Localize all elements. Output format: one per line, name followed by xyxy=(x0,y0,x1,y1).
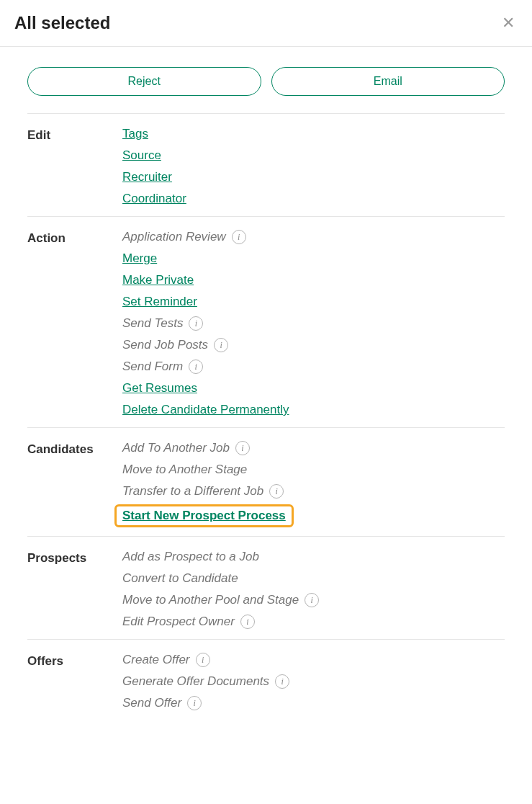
action-merge-link[interactable]: Merge xyxy=(122,251,157,266)
prospects-edit-owner-label: Edit Prospect Owner xyxy=(122,615,235,629)
action-make-private-link[interactable]: Make Private xyxy=(122,273,194,287)
action-send-tests-label: Send Tests xyxy=(122,316,183,331)
section-items-candidates: Add To Another Job i Move to Another Sta… xyxy=(122,441,505,526)
button-row: Reject Email xyxy=(27,67,505,96)
prospects-move-to-another-pool: Move to Another Pool and Stage i xyxy=(122,593,319,607)
section-items-action: Application Review i Merge Make Private … xyxy=(122,230,505,417)
section-label-offers: Offers xyxy=(27,653,122,710)
action-send-job-posts-label: Send Job Posts xyxy=(122,338,208,352)
info-icon[interactable]: i xyxy=(187,696,202,710)
offers-generate-docs-label: Generate Offer Documents xyxy=(122,674,269,689)
action-application-review: Application Review i xyxy=(122,230,246,244)
info-icon[interactable]: i xyxy=(232,230,246,244)
section-label-candidates: Candidates xyxy=(27,441,122,526)
edit-tags-link[interactable]: Tags xyxy=(122,127,148,141)
candidates-start-new-prospect-link[interactable]: Start New Prospect Process xyxy=(122,509,286,523)
section-label-edit: Edit xyxy=(27,127,122,206)
info-icon[interactable]: i xyxy=(189,316,203,331)
dialog-content: Reject Email Edit Tags Source Recruiter … xyxy=(0,47,532,742)
info-icon[interactable]: i xyxy=(275,674,289,689)
info-icon[interactable]: i xyxy=(214,338,228,352)
section-items-prospects: Add as Prospect to a Job Convert to Cand… xyxy=(122,550,505,629)
candidates-transfer-to-different-job: Transfer to a Different Job i xyxy=(122,484,284,499)
offers-send-offer: Send Offer i xyxy=(122,696,202,710)
section-offers: Offers Create Offer i Generate Offer Doc… xyxy=(27,639,505,720)
dialog-title: All selected xyxy=(14,13,110,33)
offers-create-offer-label: Create Offer xyxy=(122,653,190,667)
edit-recruiter-link[interactable]: Recruiter xyxy=(122,170,172,184)
prospects-add-as-prospect: Add as Prospect to a Job xyxy=(122,550,259,564)
offers-send-offer-label: Send Offer xyxy=(122,696,181,710)
edit-coordinator-link[interactable]: Coordinator xyxy=(122,192,186,206)
candidates-move-to-another-stage: Move to Another Stage xyxy=(122,463,247,477)
action-send-tests: Send Tests i xyxy=(122,316,203,331)
section-prospects: Prospects Add as Prospect to a Job Conve… xyxy=(27,536,505,639)
section-candidates: Candidates Add To Another Job i Move to … xyxy=(27,427,505,536)
info-icon[interactable]: i xyxy=(305,593,319,607)
info-icon[interactable]: i xyxy=(189,359,203,374)
highlighted-action: Start New Prospect Process xyxy=(114,504,294,527)
dialog-header: All selected ✕ xyxy=(0,0,532,47)
info-icon[interactable]: i xyxy=(235,441,250,455)
candidates-add-to-another-job: Add To Another Job i xyxy=(122,441,250,455)
action-send-form-label: Send Form xyxy=(122,359,183,374)
reject-button[interactable]: Reject xyxy=(27,67,261,96)
info-icon[interactable]: i xyxy=(240,615,255,629)
offers-create-offer: Create Offer i xyxy=(122,653,210,667)
section-items-edit: Tags Source Recruiter Coordinator xyxy=(122,127,505,206)
info-icon[interactable]: i xyxy=(269,484,284,499)
close-icon: ✕ xyxy=(502,14,515,32)
prospects-convert-to-candidate: Convert to Candidate xyxy=(122,571,238,586)
info-icon[interactable]: i xyxy=(196,653,210,667)
prospects-edit-prospect-owner: Edit Prospect Owner i xyxy=(122,615,255,629)
offers-generate-offer-documents: Generate Offer Documents i xyxy=(122,674,289,689)
email-button[interactable]: Email xyxy=(271,67,505,96)
section-label-prospects: Prospects xyxy=(27,550,122,629)
action-set-reminder-link[interactable]: Set Reminder xyxy=(122,295,197,309)
section-label-action: Action xyxy=(27,230,122,417)
action-application-review-label: Application Review xyxy=(122,230,226,244)
close-button[interactable]: ✕ xyxy=(499,15,518,31)
section-edit: Edit Tags Source Recruiter Coordinator xyxy=(27,113,505,216)
action-get-resumes-link[interactable]: Get Resumes xyxy=(122,381,197,396)
action-send-job-posts: Send Job Posts i xyxy=(122,338,228,352)
section-items-offers: Create Offer i Generate Offer Documents … xyxy=(122,653,505,710)
candidates-transfer-label: Transfer to a Different Job xyxy=(122,484,263,499)
action-delete-candidate-link[interactable]: Delete Candidate Permanently xyxy=(122,403,289,417)
section-action: Action Application Review i Merge Make P… xyxy=(27,216,505,427)
candidates-add-to-another-job-label: Add To Another Job xyxy=(122,441,230,455)
prospects-move-pool-label: Move to Another Pool and Stage xyxy=(122,593,299,607)
edit-source-link[interactable]: Source xyxy=(122,148,161,163)
action-send-form: Send Form i xyxy=(122,359,203,374)
